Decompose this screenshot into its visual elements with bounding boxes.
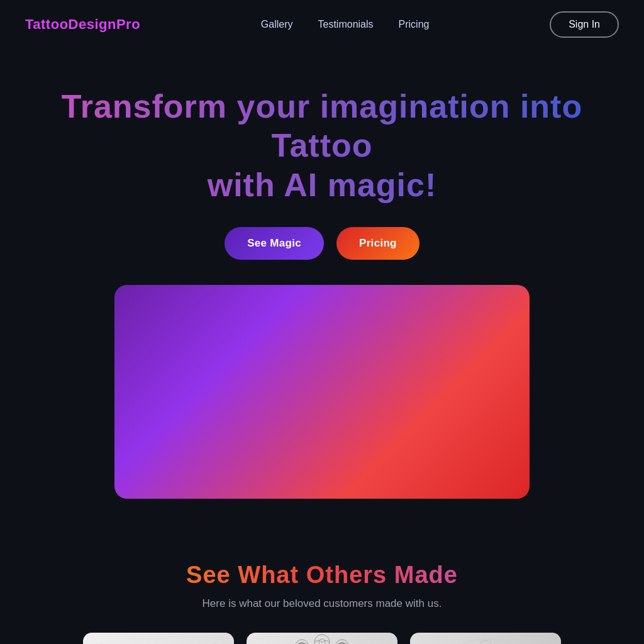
- svg-point-22: [429, 639, 542, 644]
- svg-point-24: [479, 640, 492, 644]
- nav-links: Gallery Testimonials Pricing: [261, 19, 430, 30]
- gallery-card-woman: [247, 633, 397, 644]
- nav-link-testimonials[interactable]: Testimonials: [318, 19, 374, 30]
- hero-section: Transform your imagination into Tattoo w…: [0, 49, 644, 524]
- gallery-title: See What Others Made: [25, 562, 619, 589]
- navbar: TattooDesignPro Gallery Testimonials Pri…: [0, 0, 644, 49]
- hero-title: Transform your imagination into Tattoo w…: [25, 87, 619, 204]
- logo[interactable]: TattooDesignPro: [25, 16, 140, 33]
- nav-item-pricing[interactable]: Pricing: [399, 19, 430, 30]
- nav-link-pricing[interactable]: Pricing: [399, 19, 430, 30]
- nav-item-gallery[interactable]: Gallery: [261, 19, 293, 30]
- gallery-card-dragon: [83, 633, 234, 644]
- sign-in-button[interactable]: Sign In: [550, 11, 619, 38]
- nav-item-testimonials[interactable]: Testimonials: [318, 19, 374, 30]
- hero-buttons: See Magic Pricing: [25, 227, 619, 260]
- gallery-section: See What Others Made Here is what our be…: [0, 524, 644, 644]
- hero-image: [114, 285, 530, 499]
- svg-point-21: [319, 639, 325, 644]
- see-magic-button[interactable]: See Magic: [225, 227, 324, 260]
- pricing-button[interactable]: Pricing: [336, 227, 419, 260]
- nav-link-gallery[interactable]: Gallery: [261, 19, 293, 30]
- gallery-subtitle: Here is what our beloved customers made …: [25, 597, 619, 610]
- gallery-grid: [25, 633, 619, 644]
- gallery-card-wolf: [410, 633, 561, 644]
